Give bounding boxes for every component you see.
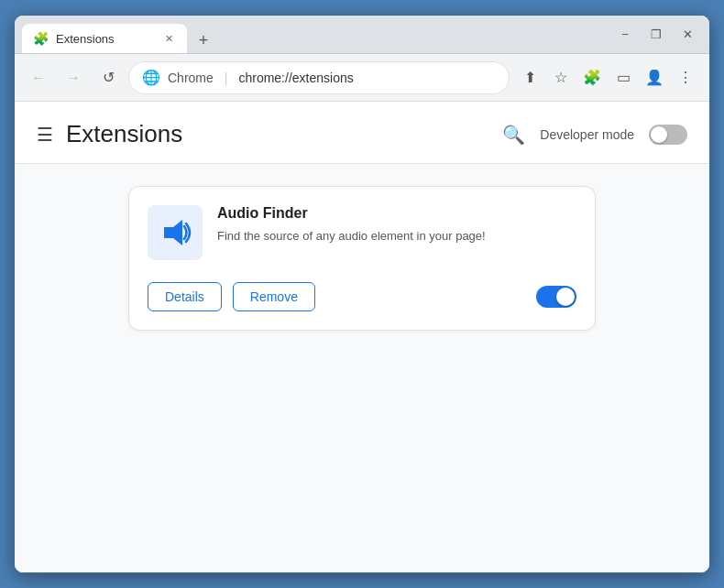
extensions-body: 9/1 RISK.COM Audio Finder (15, 164, 709, 353)
extension-card: Audio Finder Find the source of any audi… (128, 186, 596, 331)
developer-mode-label: Developer mode (540, 127, 634, 142)
close-button[interactable]: ✕ (673, 20, 702, 49)
card-top: Audio Finder Find the source of any audi… (148, 205, 576, 260)
header-right: 🔍 Developer mode (502, 124, 687, 146)
extensions-button[interactable]: 🧩 (577, 63, 607, 93)
share-button[interactable]: ⬆ (515, 63, 544, 93)
card-bottom: Details Remove (148, 282, 576, 311)
audio-icon-svg (157, 214, 193, 251)
bookmark-button[interactable]: ☆ (546, 63, 576, 93)
extension-info: Audio Finder Find the source of any audi… (217, 205, 576, 245)
tab-title: Extensions (56, 32, 154, 46)
details-button[interactable]: Details (148, 282, 222, 311)
remove-button[interactable]: Remove (233, 282, 315, 311)
tab-area: 🧩 Extensions ✕ + (22, 16, 603, 53)
toolbar: ← → ↺ 🌐 Chrome | chrome://extensions ⬆ ☆… (15, 54, 709, 102)
browser-window: 🧩 Extensions ✕ + − ❐ ✕ ← → ↺ 🌐 Chrome | … (14, 15, 710, 573)
header-left: ☰ Extensions (37, 120, 182, 148)
active-tab[interactable]: 🧩 Extensions ✕ (22, 24, 187, 53)
profile-button[interactable]: 👤 (640, 63, 669, 93)
reload-button[interactable]: ↺ (93, 63, 123, 93)
title-bar: 🧩 Extensions ✕ + − ❐ ✕ (15, 16, 709, 54)
menu-button[interactable]: ⋮ (671, 63, 700, 93)
sidebar-button[interactable]: ▭ (609, 63, 638, 93)
address-url: chrome://extensions (238, 71, 353, 85)
restore-button[interactable]: ❐ (642, 20, 671, 49)
developer-mode-toggle[interactable] (649, 125, 687, 145)
extension-enable-toggle[interactable] (536, 286, 576, 308)
extensions-header: ☰ Extensions 🔍 Developer mode (15, 102, 709, 164)
extension-description: Find the source of any audio element in … (217, 227, 576, 245)
toolbar-actions: ⬆ ☆ 🧩 ▭ 👤 ⋮ (515, 63, 700, 93)
page-title: Extensions (66, 120, 182, 148)
hamburger-icon[interactable]: ☰ (37, 124, 53, 146)
svg-marker-0 (164, 220, 182, 245)
forward-button[interactable]: → (59, 63, 88, 93)
address-bar[interactable]: 🌐 Chrome | chrome://extensions (128, 61, 510, 94)
extension-icon (148, 205, 203, 260)
tab-icon: 🧩 (33, 31, 49, 46)
window-controls: − ❐ ✕ (610, 20, 702, 49)
page-content: ☰ Extensions 🔍 Developer mode 9/1 RISK.C… (15, 102, 709, 572)
extension-name: Audio Finder (217, 205, 576, 222)
globe-icon: 🌐 (142, 69, 160, 86)
address-separator: | (225, 71, 228, 85)
tab-close-button[interactable]: ✕ (161, 31, 176, 46)
new-tab-button[interactable]: + (191, 27, 216, 53)
address-chrome-text: Chrome (168, 71, 214, 85)
minimize-button[interactable]: − (610, 20, 640, 49)
back-button[interactable]: ← (24, 63, 53, 93)
search-icon[interactable]: 🔍 (502, 124, 525, 146)
